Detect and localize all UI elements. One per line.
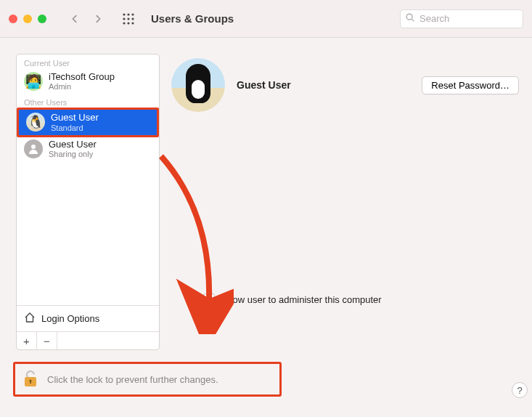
svg-point-1 — [127, 13, 129, 15]
help-button[interactable]: ? — [512, 382, 528, 398]
sidebar-item-guest-sharing[interactable]: Guest User Sharing only — [17, 137, 159, 161]
window-controls — [9, 15, 46, 23]
allow-admin-label: Allow user to administer this computer — [222, 294, 382, 305]
allow-admin-checkbox[interactable] — [203, 293, 215, 305]
svg-point-8 — [131, 22, 134, 24]
svg-line-10 — [412, 20, 414, 22]
minimize-window-button[interactable] — [23, 15, 32, 23]
login-options-button[interactable]: Login Options — [17, 305, 159, 331]
back-button[interactable] — [70, 14, 80, 24]
svg-point-6 — [123, 22, 125, 24]
zoom-window-button[interactable] — [38, 15, 46, 23]
show-all-prefs-button[interactable] — [122, 12, 135, 25]
search-input[interactable] — [418, 12, 532, 25]
login-options-label: Login Options — [41, 313, 99, 324]
sidebar-item-current-user[interactable]: 🧑‍💻 iTechsoft Group Admin — [17, 69, 159, 94]
users-sidebar: Current User 🧑‍💻 iTechsoft Group Admin O… — [16, 54, 160, 350]
house-icon — [24, 312, 36, 325]
add-remove-bar: + − — [17, 331, 159, 349]
svg-point-0 — [123, 13, 125, 15]
lock-bar: Click the lock to prevent further change… — [13, 362, 282, 397]
section-other-users: Other Users — [17, 94, 159, 108]
user-role: Sharing only — [49, 150, 97, 158]
user-name: iTechsoft Group — [49, 72, 115, 82]
user-detail-panel: Guest User Reset Password… Allow user to… — [171, 54, 525, 350]
svg-point-7 — [127, 22, 129, 24]
search-icon — [405, 12, 415, 25]
svg-point-4 — [127, 17, 129, 20]
user-role: Admin — [49, 82, 115, 91]
avatar-icon: 🧑‍💻 — [24, 72, 43, 91]
user-role: Standard — [51, 124, 99, 132]
pane-title: Users & Groups — [151, 12, 234, 25]
lock-text: Click the lock to prevent further change… — [47, 374, 218, 385]
avatar-icon — [24, 139, 43, 158]
svg-point-11 — [31, 145, 36, 149]
svg-point-9 — [406, 14, 412, 20]
section-current-user: Current User — [17, 54, 159, 69]
user-name: Guest User — [49, 139, 97, 150]
reset-password-button[interactable]: Reset Password… — [422, 76, 519, 94]
lock-icon[interactable] — [22, 370, 38, 389]
sidebar-item-guest-standard[interactable]: 🐧 Guest User Standard — [17, 108, 159, 137]
search-field[interactable] — [400, 9, 523, 28]
remove-user-button[interactable]: − — [37, 332, 57, 349]
avatar-icon: 🐧 — [26, 113, 45, 131]
svg-rect-15 — [30, 381, 31, 384]
close-window-button[interactable] — [9, 15, 17, 23]
svg-point-5 — [131, 17, 134, 20]
user-name: Guest User — [51, 113, 99, 123]
titlebar: Users & Groups — [0, 0, 532, 38]
svg-point-3 — [123, 17, 125, 20]
user-display-name: Guest User — [237, 79, 291, 91]
add-user-button[interactable]: + — [17, 332, 37, 349]
user-avatar[interactable] — [171, 58, 225, 112]
forward-button[interactable] — [93, 14, 103, 24]
svg-point-2 — [131, 13, 134, 15]
